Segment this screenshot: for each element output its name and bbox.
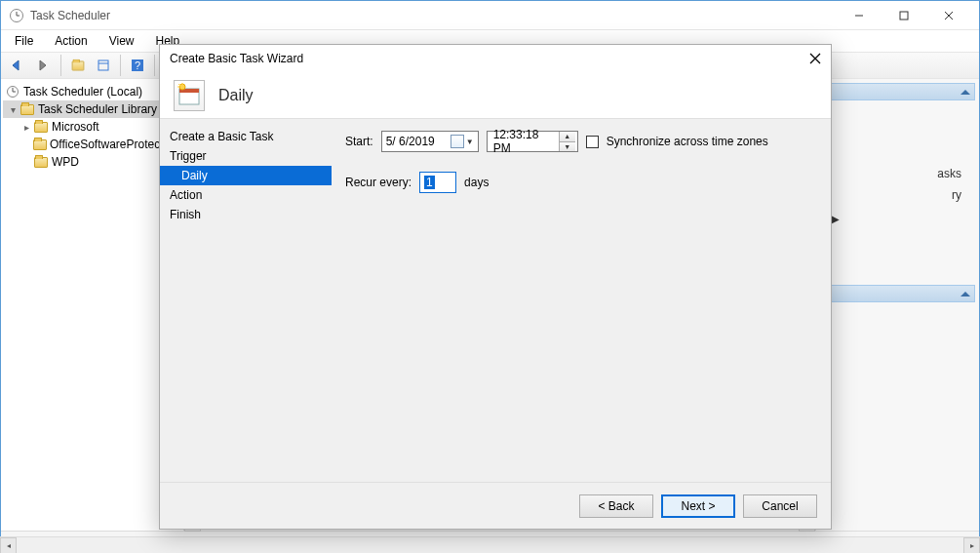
start-date-input[interactable]: 5/ 6/2019 ▼ xyxy=(381,131,479,152)
recur-label: Recur every: xyxy=(345,176,412,189)
up-button[interactable] xyxy=(66,54,90,77)
calendar-picker-icon[interactable] xyxy=(451,135,464,148)
properties-button[interactable] xyxy=(92,54,115,77)
cancel-button[interactable]: Cancel xyxy=(743,494,817,518)
action-item[interactable]: asks xyxy=(816,163,979,184)
nav-action[interactable]: Action xyxy=(160,185,332,205)
sync-checkbox[interactable] xyxy=(586,136,599,148)
actions-section-header[interactable] xyxy=(820,83,975,100)
folder-icon xyxy=(33,139,47,150)
folder-icon xyxy=(20,104,35,115)
dropdown-icon[interactable]: ▼ xyxy=(466,138,474,146)
tree-item-wpd[interactable]: WPD xyxy=(3,153,181,171)
close-button[interactable] xyxy=(926,2,971,29)
nav-trigger[interactable]: Trigger xyxy=(160,146,332,166)
titlebar: Task Scheduler xyxy=(1,1,979,30)
nav-daily[interactable]: Daily xyxy=(160,166,332,185)
maximize-button[interactable] xyxy=(882,2,926,29)
chevron-up-icon xyxy=(960,292,970,296)
days-label: days xyxy=(464,176,489,189)
svg-text:?: ? xyxy=(135,59,140,71)
start-label: Start: xyxy=(345,135,373,148)
wizard-close-button[interactable] xyxy=(805,49,825,68)
tree-item-officesoftware[interactable]: OfficeSoftwareProtectionPlatform xyxy=(3,136,181,153)
folder-icon xyxy=(33,157,49,168)
action-item[interactable]: ry xyxy=(816,184,979,206)
back-button[interactable]: < Back xyxy=(579,494,653,518)
menu-action[interactable]: Action xyxy=(51,32,91,50)
tree-root-label: Task Scheduler (Local) xyxy=(23,85,142,99)
folder-icon xyxy=(33,122,49,133)
tree-item-label: Microsoft xyxy=(52,120,99,134)
recur-days-value: 1 xyxy=(424,176,435,189)
svg-line-22 xyxy=(178,84,180,86)
svg-rect-7 xyxy=(98,60,108,70)
tree-panel: Task Scheduler (Local) ▾ Task Scheduler … xyxy=(1,79,184,531)
nav-finish[interactable]: Finish xyxy=(160,205,332,224)
tree-item-label: WPD xyxy=(52,155,79,169)
wizard-step-title: Daily xyxy=(218,87,254,104)
tree-library[interactable]: ▾ Task Scheduler Library xyxy=(3,100,181,118)
wizard-nav: Create a Basic Task Trigger Daily Action… xyxy=(160,119,332,482)
forward-button[interactable] xyxy=(32,54,56,77)
clock-icon xyxy=(5,85,20,99)
spin-down-icon[interactable]: ▼ xyxy=(560,142,575,152)
app-icon xyxy=(9,8,24,23)
minimize-button[interactable] xyxy=(837,2,882,29)
tree-root[interactable]: Task Scheduler (Local) xyxy=(3,83,181,100)
menu-view[interactable]: View xyxy=(105,32,138,50)
wizard-banner: Daily xyxy=(160,72,831,119)
collapse-icon[interactable]: ▾ xyxy=(7,104,20,115)
window-title: Task Scheduler xyxy=(30,9,837,22)
chevron-right-icon[interactable]: ▶ xyxy=(832,214,979,224)
help-button[interactable]: ? xyxy=(126,54,149,77)
start-time-input[interactable]: 12:33:18 PM ▲ ▼ xyxy=(487,131,578,152)
wizard-title: Create Basic Task Wizard xyxy=(160,45,831,72)
menu-file[interactable]: File xyxy=(11,32,37,50)
tree-item-microsoft[interactable]: ▸ Microsoft xyxy=(3,118,181,136)
svg-rect-4 xyxy=(900,12,908,20)
next-button[interactable]: Next > xyxy=(661,494,735,518)
expand-icon[interactable]: ▸ xyxy=(20,122,33,133)
create-basic-task-wizard: Create Basic Task Wizard Daily Create a … xyxy=(159,44,832,530)
back-button[interactable] xyxy=(7,54,30,77)
sync-label: Synchronize across time zones xyxy=(607,135,768,148)
spin-up-icon[interactable]: ▲ xyxy=(560,132,575,142)
date-value: 5/ 6/2019 xyxy=(386,135,435,148)
nav-create-basic-task[interactable]: Create a Basic Task xyxy=(160,127,332,146)
tree-library-label: Task Scheduler Library xyxy=(38,102,157,116)
calendar-icon xyxy=(174,80,205,111)
actions-section-header[interactable] xyxy=(820,285,975,302)
time-value: 12:33:18 PM xyxy=(493,128,559,155)
wizard-content: Start: 5/ 6/2019 ▼ 12:33:18 PM ▲ ▼ xyxy=(332,119,831,482)
chevron-up-icon xyxy=(960,90,970,95)
actions-panel: asks ry ▶ xyxy=(815,79,979,531)
wizard-footer: < Back Next > Cancel xyxy=(160,482,831,529)
time-spinner[interactable]: ▲ ▼ xyxy=(559,132,575,151)
recur-days-input[interactable]: 1 xyxy=(419,172,456,193)
